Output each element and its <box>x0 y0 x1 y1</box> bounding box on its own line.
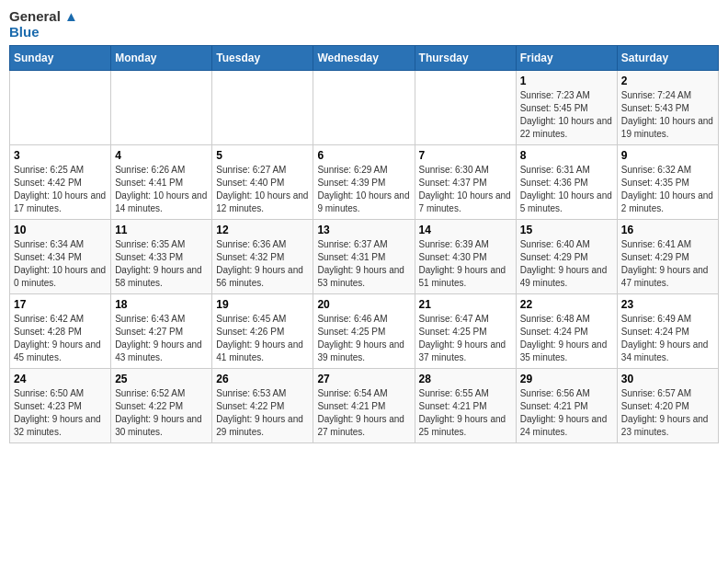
calendar-cell: 20Sunrise: 6:46 AM Sunset: 4:25 PM Dayli… <box>313 294 415 369</box>
logo-general: General ▲ <box>9 9 78 25</box>
calendar-cell: 9Sunrise: 6:32 AM Sunset: 4:35 PM Daylig… <box>617 145 718 220</box>
day-info: Sunrise: 6:35 AM Sunset: 4:33 PM Dayligh… <box>115 238 208 290</box>
calendar-cell: 23Sunrise: 6:49 AM Sunset: 4:24 PM Dayli… <box>617 294 718 369</box>
day-number: 5 <box>216 149 309 162</box>
day-number: 3 <box>14 149 107 162</box>
day-number: 17 <box>14 298 107 311</box>
day-info: Sunrise: 6:34 AM Sunset: 4:34 PM Dayligh… <box>14 238 107 290</box>
calendar-cell: 7Sunrise: 6:30 AM Sunset: 4:37 PM Daylig… <box>415 145 516 220</box>
day-number: 12 <box>216 224 309 236</box>
day-number: 22 <box>520 298 613 311</box>
day-info: Sunrise: 6:40 AM Sunset: 4:29 PM Dayligh… <box>520 238 613 290</box>
day-info: Sunrise: 7:24 AM Sunset: 5:43 PM Dayligh… <box>621 89 714 141</box>
day-info: Sunrise: 6:56 AM Sunset: 4:21 PM Dayligh… <box>520 387 613 439</box>
day-info: Sunrise: 6:43 AM Sunset: 4:27 PM Dayligh… <box>115 313 208 364</box>
calendar-cell: 28Sunrise: 6:55 AM Sunset: 4:21 PM Dayli… <box>415 369 516 443</box>
calendar-week-5: 24Sunrise: 6:50 AM Sunset: 4:23 PM Dayli… <box>10 369 719 443</box>
day-info: Sunrise: 6:55 AM Sunset: 4:21 PM Dayligh… <box>419 387 512 439</box>
logo-blue-text: Blue <box>9 25 78 40</box>
calendar-week-3: 10Sunrise: 6:34 AM Sunset: 4:34 PM Dayli… <box>10 220 719 294</box>
day-info: Sunrise: 6:45 AM Sunset: 4:26 PM Dayligh… <box>216 313 309 364</box>
calendar-week-2: 3Sunrise: 6:25 AM Sunset: 4:42 PM Daylig… <box>10 145 719 220</box>
calendar-header-row: SundayMondayTuesdayWednesdayThursdayFrid… <box>10 46 719 71</box>
day-info: Sunrise: 7:23 AM Sunset: 5:45 PM Dayligh… <box>520 89 613 141</box>
calendar-cell: 5Sunrise: 6:27 AM Sunset: 4:40 PM Daylig… <box>212 145 313 220</box>
day-info: Sunrise: 6:48 AM Sunset: 4:24 PM Dayligh… <box>520 313 613 364</box>
calendar-cell: 12Sunrise: 6:36 AM Sunset: 4:32 PM Dayli… <box>212 220 313 294</box>
day-number: 1 <box>520 75 613 87</box>
day-info: Sunrise: 6:47 AM Sunset: 4:25 PM Dayligh… <box>419 313 512 364</box>
day-number: 20 <box>317 298 410 311</box>
day-number: 30 <box>621 373 714 385</box>
calendar-cell: 4Sunrise: 6:26 AM Sunset: 4:41 PM Daylig… <box>111 145 212 220</box>
header-tuesday: Tuesday <box>212 46 313 71</box>
header-saturday: Saturday <box>617 46 718 71</box>
calendar-cell: 19Sunrise: 6:45 AM Sunset: 4:26 PM Dayli… <box>212 294 313 369</box>
day-number: 8 <box>520 149 613 162</box>
day-info: Sunrise: 6:49 AM Sunset: 4:24 PM Dayligh… <box>621 313 714 364</box>
day-info: Sunrise: 6:41 AM Sunset: 4:29 PM Dayligh… <box>621 238 714 290</box>
day-info: Sunrise: 6:50 AM Sunset: 4:23 PM Dayligh… <box>14 387 107 439</box>
calendar-cell <box>212 71 313 145</box>
calendar-cell <box>111 71 212 145</box>
day-number: 4 <box>115 149 208 162</box>
calendar-week-4: 17Sunrise: 6:42 AM Sunset: 4:28 PM Dayli… <box>10 294 719 369</box>
day-number: 7 <box>419 149 512 162</box>
day-number: 6 <box>317 149 410 162</box>
calendar-cell: 25Sunrise: 6:52 AM Sunset: 4:22 PM Dayli… <box>111 369 212 443</box>
day-info: Sunrise: 6:29 AM Sunset: 4:39 PM Dayligh… <box>317 164 410 215</box>
header-friday: Friday <box>516 46 617 71</box>
day-number: 2 <box>621 75 714 87</box>
day-number: 24 <box>14 373 107 385</box>
calendar-cell: 22Sunrise: 6:48 AM Sunset: 4:24 PM Dayli… <box>516 294 617 369</box>
calendar-cell: 17Sunrise: 6:42 AM Sunset: 4:28 PM Dayli… <box>10 294 111 369</box>
day-number: 13 <box>317 224 410 236</box>
day-number: 21 <box>419 298 512 311</box>
header-wednesday: Wednesday <box>313 46 415 71</box>
day-info: Sunrise: 6:42 AM Sunset: 4:28 PM Dayligh… <box>14 313 107 364</box>
calendar-cell: 21Sunrise: 6:47 AM Sunset: 4:25 PM Dayli… <box>415 294 516 369</box>
day-number: 10 <box>14 224 107 236</box>
header-monday: Monday <box>111 46 212 71</box>
calendar-week-1: 1Sunrise: 7:23 AM Sunset: 5:45 PM Daylig… <box>10 71 719 145</box>
calendar-cell: 24Sunrise: 6:50 AM Sunset: 4:23 PM Dayli… <box>10 369 111 443</box>
day-number: 19 <box>216 298 309 311</box>
calendar-cell: 3Sunrise: 6:25 AM Sunset: 4:42 PM Daylig… <box>10 145 111 220</box>
day-info: Sunrise: 6:54 AM Sunset: 4:21 PM Dayligh… <box>317 387 410 439</box>
calendar-cell: 13Sunrise: 6:37 AM Sunset: 4:31 PM Dayli… <box>313 220 415 294</box>
calendar-cell: 10Sunrise: 6:34 AM Sunset: 4:34 PM Dayli… <box>10 220 111 294</box>
calendar-cell: 2Sunrise: 7:24 AM Sunset: 5:43 PM Daylig… <box>617 71 718 145</box>
calendar-cell: 15Sunrise: 6:40 AM Sunset: 4:29 PM Dayli… <box>516 220 617 294</box>
header-sunday: Sunday <box>10 46 111 71</box>
calendar-cell: 16Sunrise: 6:41 AM Sunset: 4:29 PM Dayli… <box>617 220 718 294</box>
day-info: Sunrise: 6:32 AM Sunset: 4:35 PM Dayligh… <box>621 164 714 215</box>
calendar-cell <box>415 71 516 145</box>
calendar-cell: 30Sunrise: 6:57 AM Sunset: 4:20 PM Dayli… <box>617 369 718 443</box>
day-number: 14 <box>419 224 512 236</box>
day-number: 23 <box>621 298 714 311</box>
day-info: Sunrise: 6:30 AM Sunset: 4:37 PM Dayligh… <box>419 164 512 215</box>
calendar-cell <box>10 71 111 145</box>
calendar-cell: 18Sunrise: 6:43 AM Sunset: 4:27 PM Dayli… <box>111 294 212 369</box>
day-info: Sunrise: 6:57 AM Sunset: 4:20 PM Dayligh… <box>621 387 714 439</box>
calendar-cell: 1Sunrise: 7:23 AM Sunset: 5:45 PM Daylig… <box>516 71 617 145</box>
calendar-cell: 11Sunrise: 6:35 AM Sunset: 4:33 PM Dayli… <box>111 220 212 294</box>
day-info: Sunrise: 6:37 AM Sunset: 4:31 PM Dayligh… <box>317 238 410 290</box>
calendar-cell: 8Sunrise: 6:31 AM Sunset: 4:36 PM Daylig… <box>516 145 617 220</box>
calendar-cell: 27Sunrise: 6:54 AM Sunset: 4:21 PM Dayli… <box>313 369 415 443</box>
page-header: General ▲ Blue <box>9 9 719 40</box>
day-info: Sunrise: 6:26 AM Sunset: 4:41 PM Dayligh… <box>115 164 208 215</box>
calendar-cell: 14Sunrise: 6:39 AM Sunset: 4:30 PM Dayli… <box>415 220 516 294</box>
calendar-table: SundayMondayTuesdayWednesdayThursdayFrid… <box>9 45 719 443</box>
header-thursday: Thursday <box>415 46 516 71</box>
day-number: 18 <box>115 298 208 311</box>
day-number: 16 <box>621 224 714 236</box>
day-number: 27 <box>317 373 410 385</box>
calendar-cell <box>313 71 415 145</box>
day-number: 11 <box>115 224 208 236</box>
day-number: 25 <box>115 373 208 385</box>
calendar-cell: 29Sunrise: 6:56 AM Sunset: 4:21 PM Dayli… <box>516 369 617 443</box>
day-info: Sunrise: 6:25 AM Sunset: 4:42 PM Dayligh… <box>14 164 107 215</box>
day-info: Sunrise: 6:31 AM Sunset: 4:36 PM Dayligh… <box>520 164 613 215</box>
day-number: 28 <box>419 373 512 385</box>
